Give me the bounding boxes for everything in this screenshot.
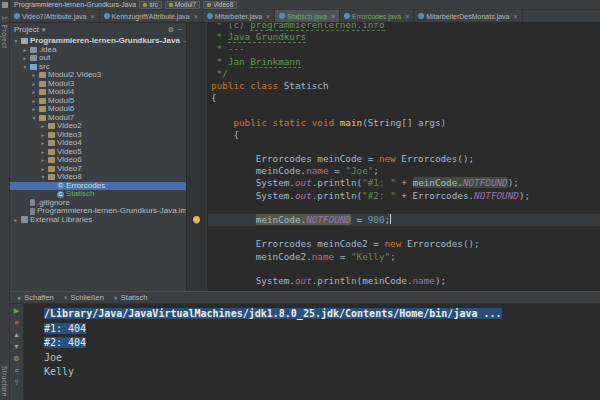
chevron-right-icon[interactable]: ▸ (31, 89, 37, 95)
stop-icon[interactable]: ■ (14, 319, 18, 327)
chevron-right-icon[interactable]: ▸ (31, 98, 37, 104)
pin-icon[interactable]: ≡ (14, 367, 18, 375)
tree-item[interactable]: ▾Video8 (10, 173, 186, 182)
run-header-label: Schaffen (24, 293, 53, 302)
run-header-item[interactable]: ×Schließen (64, 293, 104, 302)
chevron-right-icon[interactable]: ▸ (40, 140, 46, 146)
tree-item[interactable]: ▸Video4 (10, 139, 186, 148)
tree-item[interactable]: ▾src (10, 63, 186, 72)
tree-item[interactable]: ▸Modul4 (10, 88, 186, 97)
chevron-down-icon[interactable]: ▾ (31, 115, 37, 121)
chevron-right-icon[interactable]: ▸ (22, 47, 28, 53)
breadcrumb-item[interactable]: src (139, 1, 162, 9)
tree-item[interactable]: Errorcodes (10, 182, 186, 191)
chevron-right-icon[interactable]: ▸ (40, 132, 46, 138)
tree-label: Programmieren-lernen-Grundkurs-Java.iml (37, 207, 186, 215)
settings-icon[interactable]: ⚙ (13, 355, 19, 363)
close-icon[interactable]: × (266, 13, 270, 20)
tree-item[interactable]: ▸.idea (10, 46, 186, 55)
tree-item[interactable]: ▸Video3 (10, 131, 186, 140)
tree-item[interactable]: ▸Modul2.Video3 (10, 71, 186, 80)
tree-item[interactable]: ▸Modul5 (10, 97, 186, 106)
tree-item[interactable]: ▸Modul3 (10, 80, 186, 89)
tree-label: src (39, 63, 50, 71)
intention-bulb-icon[interactable] (193, 216, 200, 223)
pkg-icon (39, 98, 46, 104)
tab-label: Statisch.java (287, 13, 327, 20)
code-area[interactable]: * (c) programmierenlernen.info * Java Gr… (208, 23, 600, 287)
code-line: System.out.println("#2: " + Errorcodes.N… (208, 190, 600, 202)
chevron-right-icon[interactable]: ▸ (40, 123, 46, 129)
editor-tab[interactable]: Mitarbeiter.java× (203, 10, 276, 22)
folder-icon (30, 47, 37, 53)
project-name[interactable]: Programmieren-lernen-Grundkurs-Java (14, 1, 136, 8)
gear-icon[interactable]: ⚙ (168, 26, 174, 33)
tree-item[interactable]: ▸Modul6 (10, 105, 186, 114)
rerun-icon[interactable]: ▶ (14, 307, 19, 315)
console-output[interactable]: /Library/Java/JavaVirtualMachines/jdk1.8… (24, 304, 600, 400)
tree-item[interactable]: ▾Programmieren-lernen-Grundkurs-Java~/Id… (10, 37, 186, 46)
close-icon[interactable]: × (514, 13, 518, 20)
close-icon[interactable]: × (90, 13, 94, 20)
close-icon[interactable]: × (194, 13, 198, 20)
collapse-all-icon[interactable]: − (178, 26, 182, 33)
tree-label: Video7 (57, 165, 82, 173)
close-icon[interactable]: × (331, 13, 335, 20)
tree-item[interactable]: Statisch (10, 190, 186, 199)
editor-tab[interactable]: Video7/Attribute.java× (10, 10, 100, 22)
tool-button-project[interactable]: 1: Project (1, 16, 8, 48)
chevron-down-icon[interactable]: ▾ (40, 174, 46, 180)
close-icon[interactable]: × (405, 13, 409, 20)
tree-label: Errorcodes (66, 182, 105, 190)
tool-window-corner-icon[interactable] (2, 2, 8, 8)
chevron-down-icon[interactable]: ▾ (42, 26, 46, 33)
class-icon (344, 13, 350, 19)
chevron-right-icon[interactable]: ▸ (13, 217, 19, 223)
breadcrumb-item[interactable]: Video8 (203, 1, 237, 9)
editor-tab[interactable]: Statisch.java× (275, 10, 340, 22)
code-line: meinCode2.name = "Kelly"; (208, 251, 600, 263)
tree-item[interactable]: ▸Video6 (10, 156, 186, 165)
editor-tab[interactable]: Kennzugriff/Attribute.java× (100, 10, 203, 22)
run-toolbar: ▶■▲▼⚙≡? (10, 304, 24, 400)
tree-item[interactable]: .gitignore (10, 199, 186, 208)
pkg-icon (39, 106, 46, 112)
chevron-right-icon[interactable]: ▸ (40, 166, 46, 172)
tree-item[interactable]: ▸out (10, 54, 186, 63)
editor-tab[interactable]: Errorcodes.java× (340, 10, 414, 22)
console-line: Kelly (44, 365, 600, 380)
chevron-down-icon[interactable]: ▾ (22, 64, 28, 70)
tool-button-structure[interactable]: Structure (1, 366, 8, 397)
tree-item[interactable]: ▾Modul7 (10, 114, 186, 123)
code-line (208, 104, 600, 116)
folder-icon (30, 55, 37, 61)
chevron-right-icon[interactable]: ▸ (40, 149, 46, 155)
tree-item[interactable]: ▸External Libraries (10, 216, 186, 225)
text-caret (390, 214, 391, 224)
project-panel-title[interactable]: Project (14, 25, 39, 34)
chevron-right-icon[interactable]: ▸ (31, 81, 37, 87)
project-header-icons: ⚙− (168, 26, 182, 33)
code-editor[interactable]: * (c) programmierenlernen.info * Java Gr… (187, 23, 600, 291)
tree-item[interactable]: ▸Video2 (10, 122, 186, 131)
chevron-right-icon[interactable]: ▸ (40, 157, 46, 163)
tree-label: Video5 (57, 148, 82, 156)
tree-item[interactable]: ▸Video5 (10, 148, 186, 157)
run-header-item[interactable]: ●Statisch (114, 293, 148, 302)
code-line: meinCode.NOTFOUND = 900; (208, 214, 600, 226)
help-icon[interactable]: ? (15, 379, 19, 387)
editor-tab[interactable]: MitarbeiterDesMonats.java× (414, 10, 522, 22)
breadcrumb-item[interactable]: Modul7 (165, 1, 200, 9)
chevron-right-icon[interactable]: ▸ (31, 72, 37, 78)
tree-label: Modul3 (48, 80, 74, 88)
down-icon[interactable]: ▼ (13, 343, 20, 351)
tree-item[interactable]: ▸Video7 (10, 165, 186, 174)
up-icon[interactable]: ▲ (13, 331, 20, 339)
pkg-icon (39, 81, 46, 87)
chevron-right-icon[interactable]: ▸ (31, 106, 37, 112)
chevron-down-icon[interactable]: ▾ (13, 38, 19, 44)
run-header-item[interactable]: ▸Schaffen (18, 293, 54, 302)
chevron-right-icon[interactable]: ▸ (22, 55, 28, 61)
console-line: /Library/Java/JavaVirtualMachines/jdk1.8… (44, 307, 600, 322)
tree-item[interactable]: Programmieren-lernen-Grundkurs-Java.iml (10, 207, 186, 216)
